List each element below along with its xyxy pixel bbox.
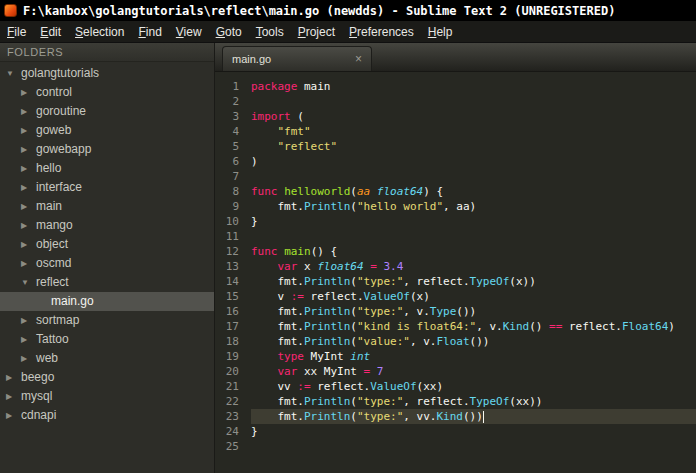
folder-item-main[interactable]: ▶main xyxy=(0,197,214,216)
code-line-7[interactable]: 7 xyxy=(215,169,696,184)
tree-label: mango xyxy=(36,216,73,235)
folder-item-web[interactable]: ▶web xyxy=(0,349,214,368)
line-content: var x float64 = 3.4 xyxy=(251,259,696,274)
code-line-5[interactable]: 5 "reflect" xyxy=(215,139,696,154)
code-line-12[interactable]: 12func main() { xyxy=(215,244,696,259)
folder-item-hello[interactable]: ▶hello xyxy=(0,159,214,178)
chevron-right-icon[interactable]: ▶ xyxy=(21,178,36,197)
line-content: fmt.Println("type:", reflect.TypeOf(xx)) xyxy=(251,394,696,409)
code-line-6[interactable]: 6) xyxy=(215,154,696,169)
folder-item-reflect[interactable]: ▼reflect xyxy=(0,273,214,292)
tree-label: main xyxy=(36,197,62,216)
folder-item-goroutine[interactable]: ▶goroutine xyxy=(0,102,214,121)
menu-selection[interactable]: Selection xyxy=(68,25,131,39)
code-line-14[interactable]: 14 fmt.Println("type:", reflect.TypeOf(x… xyxy=(215,274,696,289)
folder-item-beego[interactable]: ▶beego xyxy=(0,368,214,387)
code-line-10[interactable]: 10} xyxy=(215,214,696,229)
folder-item-mysql[interactable]: ▶mysql xyxy=(0,387,214,406)
menu-file[interactable]: File xyxy=(0,25,33,39)
code-line-17[interactable]: 17 fmt.Println("kind is float64:", v.Kin… xyxy=(215,319,696,334)
chevron-right-icon[interactable]: ▶ xyxy=(21,197,36,216)
code-line-23[interactable]: 23 fmt.Println("type:", vv.Kind()) xyxy=(215,409,696,424)
code-area[interactable]: 1package main23import (4 "fmt"5 "reflect… xyxy=(215,72,696,473)
chevron-right-icon[interactable]: ▶ xyxy=(21,330,36,349)
line-content: fmt.Println("type:", v.Type()) xyxy=(251,304,696,319)
line-content: fmt.Println("kind is float64:", v.Kind()… xyxy=(251,319,696,334)
file-item-main.go[interactable]: main.go xyxy=(0,292,214,311)
tab-main-go[interactable]: main.go × xyxy=(222,46,372,71)
chevron-right-icon[interactable]: ▶ xyxy=(6,406,21,425)
code-line-16[interactable]: 16 fmt.Println("type:", v.Type()) xyxy=(215,304,696,319)
line-number: 25 xyxy=(215,439,251,454)
menu-find[interactable]: Find xyxy=(131,25,168,39)
chevron-down-icon[interactable]: ▼ xyxy=(21,273,36,292)
chevron-right-icon[interactable]: ▶ xyxy=(21,311,36,330)
line-content: } xyxy=(251,424,696,439)
menu-view[interactable]: View xyxy=(169,25,209,39)
chevron-down-icon[interactable]: ▼ xyxy=(6,64,21,83)
tree-label: golangtutorials xyxy=(21,64,99,83)
code-line-24[interactable]: 24} xyxy=(215,424,696,439)
folder-item-mango[interactable]: ▶mango xyxy=(0,216,214,235)
chevron-right-icon[interactable]: ▶ xyxy=(21,140,36,159)
code-line-11[interactable]: 11 xyxy=(215,229,696,244)
chevron-right-icon[interactable]: ▶ xyxy=(21,121,36,140)
code-line-19[interactable]: 19 type MyInt int xyxy=(215,349,696,364)
tree-label: reflect xyxy=(36,273,69,292)
folder-item-gowebapp[interactable]: ▶gowebapp xyxy=(0,140,214,159)
menu-preferences[interactable]: Preferences xyxy=(342,25,421,39)
folder-item-Tattoo[interactable]: ▶Tattoo xyxy=(0,330,214,349)
line-number: 8 xyxy=(215,184,251,199)
line-number: 6 xyxy=(215,154,251,169)
line-content xyxy=(251,94,696,109)
code-line-15[interactable]: 15 v := reflect.ValueOf(x) xyxy=(215,289,696,304)
chevron-right-icon[interactable]: ▶ xyxy=(21,254,36,273)
menu-bar: FileEditSelectionFindViewGotoToolsProjec… xyxy=(0,21,696,43)
code-line-2[interactable]: 2 xyxy=(215,94,696,109)
code-line-25[interactable]: 25 xyxy=(215,439,696,454)
line-number: 10 xyxy=(215,214,251,229)
folder-item-cdnapi[interactable]: ▶cdnapi xyxy=(0,406,214,425)
line-number: 20 xyxy=(215,364,251,379)
code-line-8[interactable]: 8func helloworld(aa float64) { xyxy=(215,184,696,199)
code-line-22[interactable]: 22 fmt.Println("type:", reflect.TypeOf(x… xyxy=(215,394,696,409)
line-number: 3 xyxy=(215,109,251,124)
line-content: type MyInt int xyxy=(251,349,696,364)
close-icon[interactable]: × xyxy=(355,53,362,65)
code-line-21[interactable]: 21 vv := reflect.ValueOf(xx) xyxy=(215,379,696,394)
chevron-right-icon[interactable]: ▶ xyxy=(21,235,36,254)
chevron-right-icon[interactable]: ▶ xyxy=(21,102,36,121)
code-line-1[interactable]: 1package main xyxy=(215,79,696,94)
code-line-13[interactable]: 13 var x float64 = 3.4 xyxy=(215,259,696,274)
line-content: "reflect" xyxy=(251,139,696,154)
folder-tree: ▼golangtutorials▶control▶goroutine▶goweb… xyxy=(0,62,214,425)
chevron-right-icon[interactable]: ▶ xyxy=(6,368,21,387)
folder-item-control[interactable]: ▶control xyxy=(0,83,214,102)
code-line-20[interactable]: 20 var xx MyInt = 7 xyxy=(215,364,696,379)
menu-goto[interactable]: Goto xyxy=(209,25,249,39)
chevron-right-icon[interactable]: ▶ xyxy=(21,159,36,178)
line-number: 7 xyxy=(215,169,251,184)
chevron-right-icon[interactable]: ▶ xyxy=(21,83,36,102)
menu-tools[interactable]: Tools xyxy=(249,25,291,39)
menu-edit[interactable]: Edit xyxy=(33,25,68,39)
code-line-3[interactable]: 3import ( xyxy=(215,109,696,124)
folder-item-oscmd[interactable]: ▶oscmd xyxy=(0,254,214,273)
folder-item-object[interactable]: ▶object xyxy=(0,235,214,254)
code-line-4[interactable]: 4 "fmt" xyxy=(215,124,696,139)
sublime-icon[interactable] xyxy=(4,4,17,17)
line-number: 19 xyxy=(215,349,251,364)
chevron-right-icon[interactable]: ▶ xyxy=(21,216,36,235)
chevron-right-icon[interactable]: ▶ xyxy=(21,349,36,368)
folder-item-golangtutorials[interactable]: ▼golangtutorials xyxy=(0,64,214,83)
folder-item-goweb[interactable]: ▶goweb xyxy=(0,121,214,140)
menu-help[interactable]: Help xyxy=(421,25,460,39)
folder-item-interface[interactable]: ▶interface xyxy=(0,178,214,197)
code-line-18[interactable]: 18 fmt.Println("value:", v.Float()) xyxy=(215,334,696,349)
code-line-9[interactable]: 9 fmt.Println("hello world", aa) xyxy=(215,199,696,214)
tree-label: goroutine xyxy=(36,102,86,121)
line-number: 5 xyxy=(215,139,251,154)
menu-project[interactable]: Project xyxy=(291,25,342,39)
folder-item-sortmap[interactable]: ▶sortmap xyxy=(0,311,214,330)
chevron-right-icon[interactable]: ▶ xyxy=(6,387,21,406)
